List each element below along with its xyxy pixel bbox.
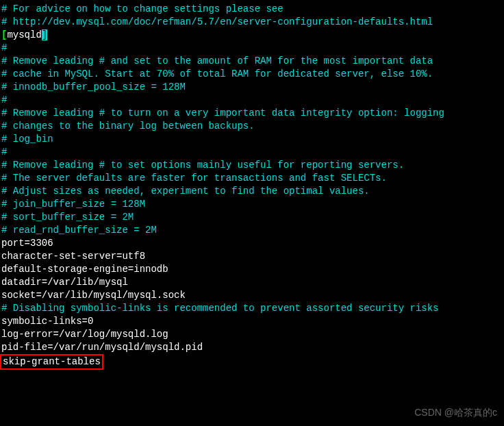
config-comment: # Adjust sizes as needed, experiment to … [1, 185, 503, 198]
config-directive: socket=/var/lib/mysql/mysql.sock [1, 289, 503, 302]
config-directive: pid-file=/var/run/mysqld/mysqld.pid [1, 341, 503, 354]
config-directive: port=3306 [1, 237, 503, 250]
config-comment: # changes to the binary log between back… [1, 120, 503, 133]
config-comment: # The server defaults are faster for tra… [1, 172, 503, 185]
config-comment: # join_buffer_size = 128M [1, 198, 503, 211]
config-directive: symbolic-links=0 [1, 315, 503, 328]
config-comment: # For advice on how to change settings p… [1, 3, 503, 16]
config-directive: datadir=/var/lib/mysql [1, 276, 503, 289]
config-comment: # [1, 42, 503, 55]
section-header: [mysqld] [1, 29, 503, 42]
config-comment: # Disabling symbolic-links is recommende… [1, 302, 503, 315]
config-comment: # [1, 146, 503, 159]
highlight-box: skip-grant-tables [0, 354, 103, 370]
terminal-editor[interactable]: # For advice on how to change settings p… [1, 3, 503, 370]
config-comment: # sort_buffer_size = 2M [1, 211, 503, 224]
config-comment: # http://dev.mysql.com/doc/refman/5.7/en… [1, 16, 503, 29]
config-directive: default-storage-engine=innodb [1, 263, 503, 276]
bracket-close-icon: ] [42, 29, 47, 40]
config-comment: # Remove leading # and set to the amount… [1, 55, 503, 68]
watermark-text: CSDN @哈茶真的c [414, 406, 497, 419]
config-comment: # read_rnd_buffer_size = 2M [1, 224, 503, 237]
section-name: mysqld [7, 29, 41, 40]
config-directive: log-error=/var/log/mysqld.log [1, 328, 503, 341]
config-comment: # Remove leading # to set options mainly… [1, 159, 503, 172]
highlighted-directive: skip-grant-tables [1, 354, 503, 370]
config-comment: # Remove leading # to turn on a very imp… [1, 107, 503, 120]
config-comment: # cache in MySQL. Start at 70% of total … [1, 68, 503, 81]
config-directive: character-set-server=utf8 [1, 250, 503, 263]
config-comment: # log_bin [1, 133, 503, 146]
config-comment: # innodb_buffer_pool_size = 128M [1, 81, 503, 94]
config-comment: # [1, 94, 503, 107]
